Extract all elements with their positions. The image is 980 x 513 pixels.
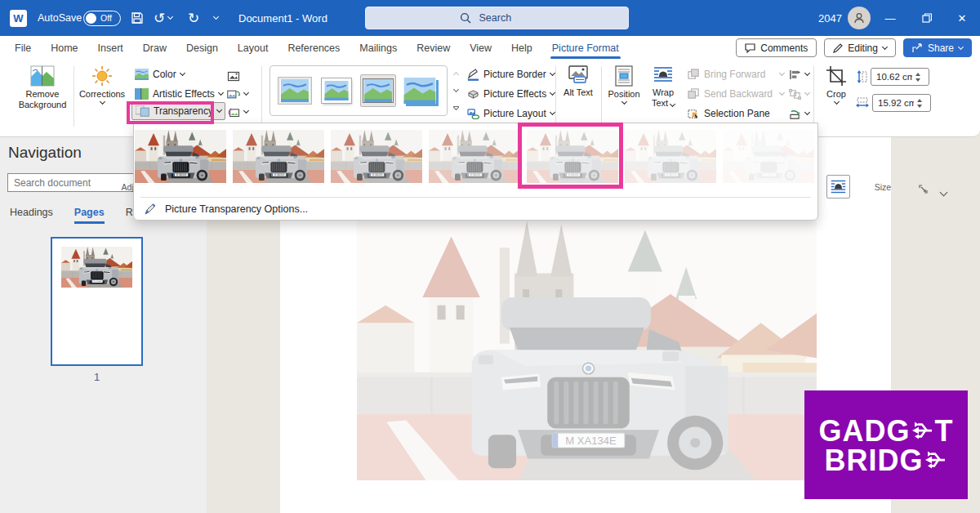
tab-review[interactable]: Review: [416, 42, 450, 54]
search-icon: [460, 12, 471, 24]
picture-border-button[interactable]: Picture Border: [467, 66, 555, 83]
gallery-scroll-up[interactable]: [450, 66, 462, 81]
tab-home[interactable]: Home: [51, 42, 78, 54]
transparency-option-30[interactable]: [331, 130, 422, 183]
collapse-ribbon-icon[interactable]: [941, 184, 947, 199]
picture-style-2[interactable]: [318, 74, 354, 107]
layout-options-button[interactable]: [826, 175, 850, 199]
crop-button[interactable]: Crop: [820, 65, 853, 104]
redo-button[interactable]: ↻: [188, 0, 199, 36]
remove-background-icon: [30, 65, 55, 87]
transparency-option-80[interactable]: [625, 130, 716, 183]
size-dialog-launcher-icon[interactable]: [919, 182, 928, 197]
size-group-label: Size: [862, 182, 903, 192]
undo-button[interactable]: ↺: [154, 0, 172, 36]
page-thumbnail-number: 1: [51, 371, 143, 383]
selection-pane-icon: [688, 108, 700, 119]
position-button[interactable]: Position: [605, 65, 643, 104]
avatar[interactable]: [848, 0, 871, 36]
autosave-toggle[interactable]: Off: [83, 0, 121, 36]
tab-mailings[interactable]: Mailings: [359, 42, 397, 54]
pencil-icon: [833, 43, 843, 53]
tab-view[interactable]: View: [470, 42, 492, 54]
share-icon: [912, 43, 923, 53]
rotate-objects-button[interactable]: [789, 105, 809, 122]
width-increase[interactable]: [917, 99, 922, 102]
transparency-button[interactable]: Transparency: [131, 103, 225, 119]
customize-quick-access-icon[interactable]: [214, 0, 218, 36]
width-icon: [856, 97, 869, 109]
artistic-effects-button[interactable]: Artistic Effects: [135, 86, 223, 102]
picture-style-1[interactable]: [277, 74, 313, 107]
page-thumbnail[interactable]: [51, 237, 143, 366]
title-bar: W AutoSave Off ↺ ↻ Document1 - Word 2047…: [0, 0, 980, 36]
save-icon[interactable]: [131, 0, 144, 36]
tab-design[interactable]: Design: [186, 42, 218, 54]
editing-button[interactable]: Editing: [824, 38, 896, 57]
minimize-button[interactable]: —: [878, 0, 902, 36]
picture-effects-button[interactable]: Picture Effects: [467, 86, 555, 102]
search-box[interactable]: [365, 7, 629, 29]
nav-tab-headings[interactable]: Headings: [10, 207, 53, 218]
remove-background-button[interactable]: Remove Background: [18, 65, 67, 109]
picture-layout-icon: [467, 109, 479, 119]
gallery-scroll-down[interactable]: [450, 83, 462, 98]
picture-effects-icon: [467, 89, 479, 100]
reset-picture-icon[interactable]: [227, 104, 248, 120]
change-picture-icon[interactable]: [227, 86, 248, 102]
document-image[interactable]: [357, 221, 817, 480]
usb-glyph-icon: [911, 419, 935, 441]
color-icon: [135, 69, 149, 80]
picture-transparency-options-item[interactable]: Picture Transparency Options...: [144, 203, 308, 216]
width-input[interactable]: [873, 97, 915, 109]
wrap-text-button[interactable]: Wrap Text: [645, 65, 681, 108]
close-button[interactable]: ✕: [950, 0, 974, 36]
transparency-option-50[interactable]: [429, 130, 520, 183]
gallery-expand[interactable]: [450, 100, 462, 115]
artistic-effects-icon: [135, 88, 149, 100]
search-input[interactable]: [478, 11, 535, 25]
transparency-option-0[interactable]: [135, 130, 226, 183]
word-application-window: W AutoSave Off ↺ ↻ Document1 - Word 2047…: [0, 0, 980, 513]
tab-references[interactable]: References: [287, 42, 340, 54]
alt-text-button[interactable]: Alt Text: [562, 65, 595, 98]
comment-icon: [745, 43, 755, 53]
picture-style-4[interactable]: [402, 74, 438, 107]
picture-style-3-selected[interactable]: [360, 74, 396, 107]
group-icon: [789, 89, 801, 100]
tab-file[interactable]: File: [15, 42, 31, 54]
tab-help[interactable]: Help: [511, 42, 532, 54]
autosave-label: AutoSave: [38, 0, 82, 36]
transparency-option-95[interactable]: [723, 130, 814, 183]
bring-forward-icon: [688, 69, 700, 80]
color-button[interactable]: Color: [135, 66, 185, 83]
picture-layout-button[interactable]: Picture Layout: [467, 105, 555, 122]
bring-forward-button: Bring Forward: [688, 66, 784, 83]
tab-picture-format[interactable]: Picture Format: [552, 42, 619, 54]
corrections-button[interactable]: Corrections: [78, 65, 126, 104]
restore-button[interactable]: [915, 0, 939, 36]
send-backward-button: Send Backward: [688, 86, 784, 102]
picture-styles-gallery: [270, 65, 448, 116]
nav-tab-pages[interactable]: Pages: [74, 207, 105, 218]
ribbon-tab-row: File Home Insert Draw Design Layout Refe…: [0, 36, 980, 60]
tab-draw[interactable]: Draw: [143, 42, 167, 54]
document-title: Document1 - Word: [238, 0, 327, 36]
transparency-icon: [136, 105, 149, 117]
tab-insert[interactable]: Insert: [98, 42, 123, 54]
send-backward-icon: [688, 88, 700, 100]
height-increase[interactable]: [915, 73, 920, 76]
align-objects-button[interactable]: [789, 66, 809, 83]
transparency-option-65-selected[interactable]: [527, 130, 618, 183]
height-decrease[interactable]: [915, 78, 920, 82]
selection-pane-button[interactable]: Selection Pane: [688, 105, 770, 122]
height-input[interactable]: [871, 71, 914, 83]
compress-pictures-icon[interactable]: [227, 68, 240, 84]
crop-icon: [826, 65, 847, 87]
tab-layout[interactable]: Layout: [238, 42, 269, 54]
comments-button[interactable]: Comments: [736, 38, 817, 57]
width-decrease[interactable]: [917, 105, 922, 108]
transparency-option-15[interactable]: [233, 130, 324, 183]
share-button[interactable]: Share: [903, 38, 972, 57]
sun-icon: [91, 65, 113, 87]
